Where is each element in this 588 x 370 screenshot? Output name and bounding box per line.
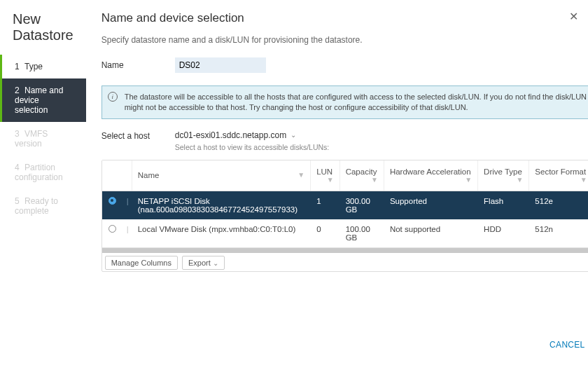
wizard-step-vmfs-version: 3VMFS version bbox=[0, 122, 86, 156]
filter-icon[interactable]: ▼ bbox=[298, 171, 304, 179]
cell-capacity: 100.00 GB bbox=[340, 219, 384, 247]
filter-icon[interactable]: ▼ bbox=[371, 176, 378, 184]
cell-drive: HDD bbox=[478, 219, 529, 247]
cell-drive: Flash bbox=[478, 191, 529, 219]
close-icon[interactable]: ✕ bbox=[569, 10, 578, 23]
cell-name: NETAPP iSCSI Disk (naa.600a0980383038467… bbox=[132, 191, 310, 219]
info-text: The datastore will be accessible to all … bbox=[125, 92, 588, 111]
datastore-name-input[interactable] bbox=[175, 57, 266, 73]
info-icon: i bbox=[108, 92, 118, 102]
chevron-down-icon: ⌄ bbox=[213, 259, 218, 267]
cancel-button[interactable]: CANCEL bbox=[544, 335, 588, 355]
wizard-step-partition: 4Partition configuration bbox=[0, 156, 86, 189]
select-host-row: Select a host dc01-esxi01.sddc.netapp.co… bbox=[102, 129, 588, 151]
cell-lun: 0 bbox=[311, 219, 340, 247]
wizard-content: Name and device selection Specify datast… bbox=[86, 0, 588, 370]
table-header-row: Name▼ LUN▼ Capacity▼ Hardware Accelerati… bbox=[102, 160, 588, 191]
table-row[interactable]: | Local VMware Disk (mpx.vmhba0:C0:T0:L0… bbox=[102, 219, 588, 247]
page-subtitle: Specify datastore name and a disk/LUN fo… bbox=[102, 35, 588, 45]
cell-lun: 1 bbox=[311, 191, 340, 219]
cell-capacity: 300.00 GB bbox=[340, 191, 384, 219]
cell-hw: Not supported bbox=[384, 219, 477, 247]
disk-table: Name▼ LUN▼ Capacity▼ Hardware Accelerati… bbox=[102, 160, 588, 272]
wizard-sidebar: New Datastore 1Type 2Name and device sel… bbox=[0, 0, 86, 370]
col-hw-accel[interactable]: Hardware Acceleration▼ bbox=[384, 160, 477, 191]
disk-table-scroll[interactable]: Name▼ LUN▼ Capacity▼ Hardware Accelerati… bbox=[102, 160, 588, 247]
new-datastore-dialog: ✕ New Datastore 1Type 2Name and device s… bbox=[0, 0, 588, 370]
info-banner: i The datastore will be accessible to al… bbox=[102, 85, 588, 119]
filter-icon[interactable]: ▼ bbox=[465, 176, 472, 184]
cell-sector: 512e bbox=[529, 191, 588, 219]
cell-hw: Supported bbox=[384, 191, 477, 219]
col-sector-format[interactable]: Sector Format▼ bbox=[529, 160, 588, 191]
row-radio[interactable] bbox=[108, 225, 116, 233]
horizontal-scrollbar[interactable] bbox=[102, 247, 588, 253]
row-radio[interactable] bbox=[108, 197, 116, 205]
table-footer: Manage Columns Export ⌄ 2 items bbox=[102, 253, 588, 271]
col-drive-type[interactable]: Drive Type▼ bbox=[478, 160, 529, 191]
export-button[interactable]: Export ⌄ bbox=[182, 256, 225, 270]
wizard-step-type[interactable]: 1Type bbox=[0, 55, 86, 78]
cell-name: Local VMware Disk (mpx.vmhba0:C0:T0:L0) bbox=[132, 219, 310, 247]
name-label: Name bbox=[102, 60, 175, 70]
host-hint: Select a host to view its accessible dis… bbox=[175, 143, 330, 151]
filter-icon[interactable]: ▼ bbox=[516, 176, 523, 184]
chevron-down-icon: ⌄ bbox=[290, 131, 296, 139]
manage-columns-button[interactable]: Manage Columns bbox=[105, 256, 178, 270]
wizard-steps: 1Type 2Name and device selection 3VMFS v… bbox=[0, 55, 86, 223]
cell-sector: 512n bbox=[529, 219, 588, 247]
filter-icon[interactable]: ▼ bbox=[580, 176, 587, 184]
wizard-step-ready: 5Ready to complete bbox=[0, 189, 86, 223]
filter-icon[interactable]: ▼ bbox=[327, 176, 334, 184]
col-name[interactable]: Name▼ bbox=[132, 160, 310, 191]
dialog-title: New Datastore bbox=[0, 11, 86, 55]
page-title: Name and device selection bbox=[102, 11, 588, 25]
table-row[interactable]: | NETAPP iSCSI Disk (naa.600a09803830384… bbox=[102, 191, 588, 219]
col-lun[interactable]: LUN▼ bbox=[311, 160, 340, 191]
wizard-step-name-device[interactable]: 2Name and device selection bbox=[0, 78, 86, 122]
select-host-label: Select a host bbox=[102, 129, 175, 141]
wizard-footer: CANCEL BACK NEXT bbox=[102, 327, 588, 364]
col-capacity[interactable]: Capacity▼ bbox=[340, 160, 384, 191]
name-field-row: Name bbox=[102, 57, 588, 73]
host-selected-value: dc01-esxi01.sddc.netapp.com bbox=[175, 130, 286, 140]
host-dropdown[interactable]: dc01-esxi01.sddc.netapp.com ⌄ bbox=[175, 129, 330, 142]
